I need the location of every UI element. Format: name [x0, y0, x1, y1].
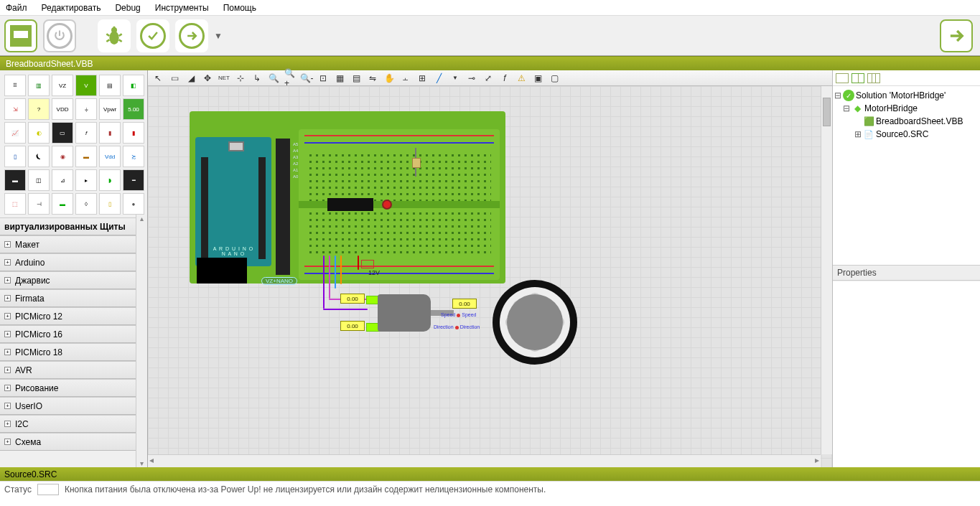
pal-mosfet-icon[interactable]: ⊣	[28, 193, 50, 215]
wire[interactable]	[340, 256, 342, 284]
properties-header[interactable]: Properties	[833, 265, 980, 281]
category-schema[interactable]: +Схема	[0, 433, 136, 451]
pal-vdd-icon[interactable]: VDD	[52, 98, 73, 120]
verify-button[interactable]	[136, 19, 169, 52]
tool-zoom[interactable]: 🔍	[268, 72, 279, 84]
tool-warn[interactable]: ⚠	[515, 72, 527, 84]
arduino-nano[interactable]: A R D U I N O N A N O	[195, 137, 271, 266]
tree-source[interactable]: ⊞📄Source0.SRC	[834, 128, 979, 141]
tool-chip[interactable]: ▣	[532, 72, 543, 84]
pal-conn-green-icon[interactable]: ▬	[52, 193, 73, 215]
menu-debug[interactable]: Debug	[115, 3, 140, 13]
pal-green-v-icon[interactable]: V	[75, 75, 97, 96]
category-pic16[interactable]: +PICMicro 16	[0, 325, 136, 343]
pal-cap-icon[interactable]: ▯	[4, 146, 26, 167]
wire[interactable]	[323, 256, 325, 309]
tab-source[interactable]: Source0.SRC	[4, 469, 57, 479]
menu-help[interactable]: Помощь	[223, 3, 256, 13]
category-drawing[interactable]: +Рисование	[0, 379, 136, 397]
pal-value-icon[interactable]: 5.00	[123, 98, 144, 120]
tool-align[interactable]: ⫠	[400, 72, 411, 84]
debug-button[interactable]	[98, 19, 131, 52]
pal-ic-icon[interactable]: ▬	[4, 169, 26, 191]
tool-flip[interactable]: ⇋	[367, 72, 378, 84]
tool-zoom-fit[interactable]: ⊡	[317, 72, 329, 84]
pal-relay-icon[interactable]: ◫	[28, 169, 50, 191]
tool-rotate[interactable]: ◢	[185, 72, 197, 84]
tool-group[interactable]: ⊞	[416, 72, 428, 84]
tab-breadboard[interactable]: BreadboardSheet.VBB	[6, 59, 93, 69]
pal-display-icon[interactable]: ▭	[52, 122, 73, 144]
pal-grid-icon[interactable]: ⠿	[4, 75, 26, 96]
pal-transistor-icon[interactable]: ⊿	[52, 169, 73, 191]
wire[interactable]	[323, 309, 368, 310]
tool-expand[interactable]: ⤢	[482, 72, 494, 84]
power-supply[interactable]	[361, 260, 374, 268]
category-pic18[interactable]: +PICMicro 18	[0, 343, 136, 361]
design-canvas[interactable]: A R D U I N O N A N O A5 A4 A3 A2 A1 A0	[148, 86, 832, 467]
palette-scrollbar[interactable]	[136, 215, 147, 467]
pal-crystal-icon[interactable]: ◊	[75, 193, 97, 215]
category-userio[interactable]: +UserIO	[0, 397, 136, 415]
tool-move[interactable]: ✥	[202, 72, 213, 84]
pcb-board[interactable]: A R D U I N O N A N O A5 A4 A3 A2 A1 A0	[190, 111, 505, 284]
tool-probe[interactable]: ⊸	[466, 72, 477, 84]
category-header[interactable]: виртуализированных Щиты	[0, 217, 136, 235]
pal-import-icon[interactable]: ⇲	[4, 98, 26, 120]
pal-scope-icon[interactable]: 📈	[4, 122, 26, 144]
tool-fx[interactable]: f	[499, 72, 510, 84]
upload-button[interactable]	[175, 19, 208, 52]
category-jarvis[interactable]: +Джарвис	[0, 271, 136, 289]
pal-pot-icon[interactable]: ◉	[52, 146, 73, 167]
canvas-viewport[interactable]: A R D U I N O N A N O A5 A4 A3 A2 A1 A0	[148, 86, 832, 467]
tool-line-caret[interactable]: ▼	[449, 72, 461, 84]
pal-tag-icon[interactable]: ◧	[123, 75, 144, 96]
solution-tree[interactable]: ⊟✓Solution 'MotorHBridge' ⊟◆MotorHBridge…	[833, 86, 980, 265]
wire[interactable]	[335, 256, 336, 289]
pal-resistor-icon[interactable]: ▬	[75, 146, 97, 167]
pal-header-icon[interactable]: ━	[123, 169, 144, 191]
pal-help-icon[interactable]: ?	[28, 98, 50, 120]
pal-vpwr-icon[interactable]: Vpwr	[99, 98, 121, 120]
pal-led-green-icon[interactable]: ◗	[99, 169, 121, 191]
category-firmata[interactable]: +Firmata	[0, 289, 136, 307]
tool-pointer[interactable]: ↖	[152, 72, 164, 84]
tool-net[interactable]: NET	[218, 72, 230, 84]
view-split-h[interactable]	[851, 73, 864, 83]
l293d-chip[interactable]	[327, 198, 373, 211]
wire[interactable]	[358, 256, 359, 270]
tool-bus[interactable]: ↳	[251, 72, 263, 84]
power-button[interactable]	[43, 19, 76, 52]
run-button[interactable]	[940, 19, 973, 52]
pal-led-yellow-icon[interactable]: ◐	[28, 122, 50, 144]
tool-line[interactable]: ╱	[433, 72, 444, 84]
pal-inductor-icon[interactable]: ≿	[123, 146, 144, 167]
pal-buzzer-icon[interactable]: ▯	[99, 193, 121, 215]
tree-solution[interactable]: ⊟✓Solution 'MotorHBridge'	[834, 89, 979, 102]
tool-hand[interactable]: ✋	[383, 72, 395, 84]
pal-diode-icon[interactable]: ▸	[75, 169, 97, 191]
pal-cap2-icon[interactable]: ●	[123, 193, 144, 215]
category-arduino[interactable]: +Arduino	[0, 253, 136, 271]
view-single[interactable]	[836, 73, 849, 83]
resistor[interactable]	[412, 148, 419, 177]
category-maket[interactable]: +Макет	[0, 235, 136, 253]
category-avr[interactable]: +AVR	[0, 361, 136, 379]
save-button[interactable]	[4, 19, 37, 52]
tool-box[interactable]: ▢	[549, 72, 560, 84]
tool-zoom-out[interactable]: 🔍-	[301, 72, 312, 84]
tool-select[interactable]: ▭	[169, 72, 180, 84]
menu-edit[interactable]: Редактировать	[42, 3, 101, 13]
canvas-hscrollbar[interactable]	[148, 454, 821, 467]
pal-ground-icon[interactable]: ⏚	[75, 98, 97, 120]
pal-dip-icon[interactable]: ▮	[99, 122, 121, 144]
dc-motor[interactable]	[378, 294, 431, 332]
tree-project[interactable]: ⊟◆MotorHBridge	[834, 102, 979, 115]
push-button[interactable]	[382, 200, 392, 210]
pal-switch-icon[interactable]: ⏾	[28, 146, 50, 167]
view-split-v[interactable]	[867, 73, 880, 83]
category-i2c[interactable]: +I2C	[0, 415, 136, 433]
pal-vdd2-icon[interactable]: Vdd	[99, 146, 121, 167]
tool-snap[interactable]: ▦	[334, 72, 345, 84]
wheel[interactable]	[493, 280, 577, 365]
